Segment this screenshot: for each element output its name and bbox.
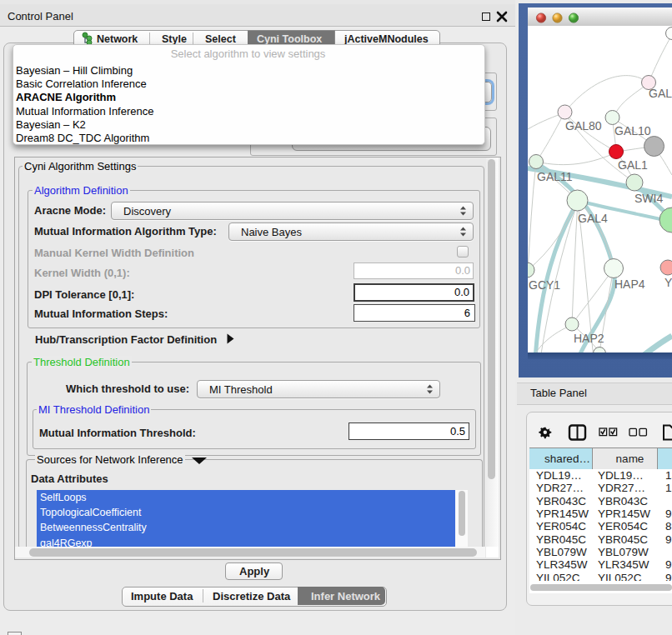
svg-text:HAP2: HAP2 [574, 332, 604, 345]
svg-text:SWI4: SWI4 [634, 192, 663, 205]
svg-text:GCY1: GCY1 [529, 278, 560, 292]
svg-text:GAL80: GAL80 [565, 119, 602, 132]
svg-text:YJ: YJ [664, 276, 672, 289]
svg-text:GAL10: GAL10 [614, 124, 651, 138]
svg-text:GAL2: GAL2 [649, 87, 672, 100]
svg-text:HAP4: HAP4 [614, 278, 645, 291]
svg-text:GAL1: GAL1 [618, 158, 648, 172]
svg-text:GAL11: GAL11 [537, 170, 573, 183]
svg-text:GAL4: GAL4 [578, 212, 608, 225]
